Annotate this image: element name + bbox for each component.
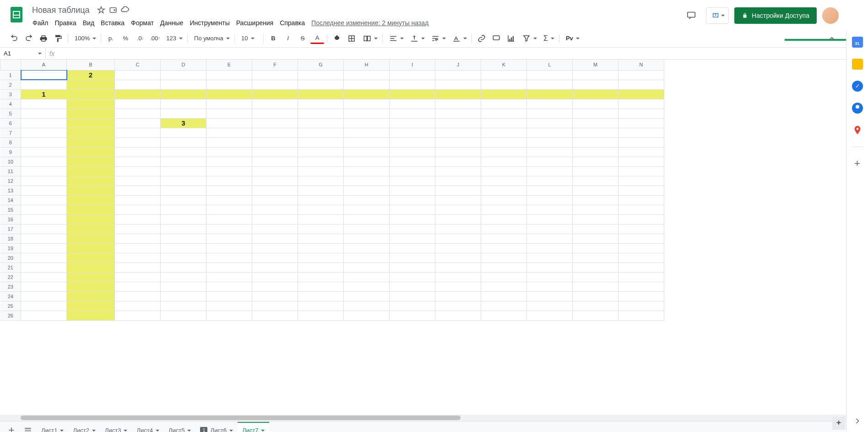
cell-D9[interactable] <box>161 147 206 157</box>
cell-C9[interactable] <box>115 147 161 157</box>
cell-I21[interactable] <box>390 262 435 272</box>
cell-G6[interactable] <box>298 118 344 128</box>
cell-D3[interactable] <box>161 89 206 99</box>
menu-format[interactable]: Формат <box>128 17 157 28</box>
cell-A23[interactable] <box>21 282 67 291</box>
grid-scroll-area[interactable]: ABCDEFGHIJKLMN12231456378910111213141516… <box>0 60 846 415</box>
cell-E17[interactable] <box>206 224 252 234</box>
cell-H12[interactable] <box>344 176 390 186</box>
row-header-2[interactable]: 2 <box>0 80 21 89</box>
cell-G10[interactable] <box>298 157 344 166</box>
cell-G4[interactable] <box>298 99 344 109</box>
cell-G3[interactable] <box>298 89 344 99</box>
cell-D16[interactable] <box>161 214 206 224</box>
row-header-11[interactable]: 11 <box>0 166 21 176</box>
cell-E19[interactable] <box>206 243 252 253</box>
row-header-8[interactable]: 8 <box>0 137 21 147</box>
row-header-14[interactable]: 14 <box>0 195 21 205</box>
cell-A12[interactable] <box>21 176 67 186</box>
cell-I9[interactable] <box>390 147 435 157</box>
cell-E23[interactable] <box>206 282 252 291</box>
cell-E10[interactable] <box>206 157 252 166</box>
font-size-select[interactable]: 10 <box>238 33 260 44</box>
cell-L14[interactable] <box>527 195 573 205</box>
cell-H16[interactable] <box>344 214 390 224</box>
menu-insert[interactable]: Вставка <box>98 17 128 28</box>
cell-H24[interactable] <box>344 291 390 301</box>
cell-F3[interactable] <box>252 89 298 99</box>
cell-M14[interactable] <box>573 195 618 205</box>
cell-H17[interactable] <box>344 224 390 234</box>
cell-L9[interactable] <box>527 147 573 157</box>
collapse-toolbar-icon[interactable] <box>825 32 839 45</box>
cell-D17[interactable] <box>161 224 206 234</box>
cell-J15[interactable] <box>435 205 481 214</box>
cell-K19[interactable] <box>481 243 527 253</box>
cell-F2[interactable] <box>252 80 298 89</box>
cell-J13[interactable] <box>435 186 481 195</box>
cell-L23[interactable] <box>527 282 573 291</box>
borders-button[interactable] <box>345 32 358 45</box>
cell-M10[interactable] <box>573 157 618 166</box>
cell-K16[interactable] <box>481 214 527 224</box>
cell-M9[interactable] <box>573 147 618 157</box>
cell-L15[interactable] <box>527 205 573 214</box>
cell-A13[interactable] <box>21 186 67 195</box>
cell-H15[interactable] <box>344 205 390 214</box>
cell-J21[interactable] <box>435 262 481 272</box>
column-header-H[interactable]: H <box>344 60 390 70</box>
cell-A5[interactable] <box>21 109 67 118</box>
row-header-13[interactable]: 13 <box>0 186 21 195</box>
cell-K17[interactable] <box>481 224 527 234</box>
cell-L3[interactable] <box>527 89 573 99</box>
cell-F14[interactable] <box>252 195 298 205</box>
cell-K11[interactable] <box>481 166 527 176</box>
cell-A15[interactable] <box>21 205 67 214</box>
cell-A24[interactable] <box>21 291 67 301</box>
cell-I11[interactable] <box>390 166 435 176</box>
cell-H6[interactable] <box>344 118 390 128</box>
cell-K12[interactable] <box>481 176 527 186</box>
row-header-12[interactable]: 12 <box>0 176 21 186</box>
cell-C3[interactable] <box>115 89 161 99</box>
comments-icon[interactable] <box>682 6 700 25</box>
cell-L19[interactable] <box>527 243 573 253</box>
cell-I4[interactable] <box>390 99 435 109</box>
cell-M3[interactable] <box>573 89 618 99</box>
cell-B15[interactable] <box>67 205 115 214</box>
cell-I16[interactable] <box>390 214 435 224</box>
cell-F25[interactable] <box>252 301 298 311</box>
cell-N6[interactable] <box>618 118 664 128</box>
cell-N5[interactable] <box>618 109 664 118</box>
cell-K4[interactable] <box>481 99 527 109</box>
account-avatar[interactable] <box>822 7 839 24</box>
cell-A9[interactable] <box>21 147 67 157</box>
cell-A8[interactable] <box>21 137 67 147</box>
cell-A10[interactable] <box>21 157 67 166</box>
insert-link-button[interactable] <box>475 32 488 45</box>
cell-B26[interactable] <box>67 311 115 320</box>
cell-M4[interactable] <box>573 99 618 109</box>
cell-A18[interactable] <box>21 234 67 243</box>
column-header-C[interactable]: C <box>115 60 161 70</box>
cell-J25[interactable] <box>435 301 481 311</box>
cell-L10[interactable] <box>527 157 573 166</box>
cell-I12[interactable] <box>390 176 435 186</box>
row-header-21[interactable]: 21 <box>0 262 21 272</box>
cell-K8[interactable] <box>481 137 527 147</box>
cell-N15[interactable] <box>618 205 664 214</box>
cell-M13[interactable] <box>573 186 618 195</box>
cell-D5[interactable] <box>161 109 206 118</box>
text-color-button[interactable]: A <box>310 33 324 44</box>
cell-N17[interactable] <box>618 224 664 234</box>
cell-H7[interactable] <box>344 128 390 137</box>
cell-C2[interactable] <box>115 80 161 89</box>
cell-I1[interactable] <box>390 70 435 80</box>
cell-A11[interactable] <box>21 166 67 176</box>
more-formats-button[interactable]: 123 <box>163 33 184 44</box>
text-rotation-button[interactable] <box>449 33 469 44</box>
cell-E14[interactable] <box>206 195 252 205</box>
horizontal-align-button[interactable] <box>385 33 406 44</box>
cell-G15[interactable] <box>298 205 344 214</box>
print-icon[interactable] <box>37 32 50 45</box>
